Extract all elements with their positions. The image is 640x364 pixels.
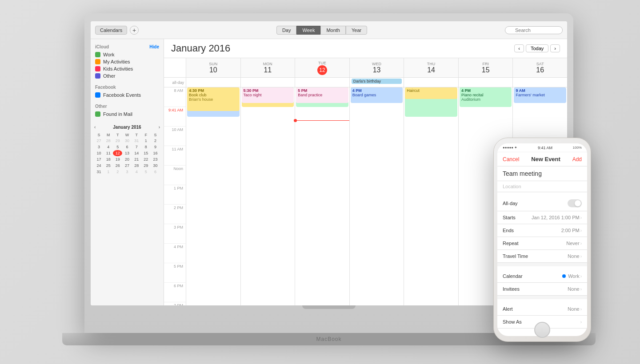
tab-week[interactable]: Week: [296, 26, 320, 35]
calendars-button[interactable]: Calendars: [95, 26, 127, 35]
iphone-invitees-value: None ›: [568, 286, 582, 292]
iphone-calendar-row[interactable]: Calendar Work ›: [497, 270, 587, 283]
calendar-item-other[interactable]: Other: [91, 72, 164, 79]
tab-day[interactable]: Day: [276, 26, 297, 35]
icloud-label: iCloud: [95, 44, 109, 49]
event-haircut[interactable]: Haircut: [405, 87, 457, 99]
iphone-allday-row: All-day: [497, 196, 587, 211]
iphone-invitees-label: Invitees: [503, 286, 520, 292]
sidebar: iCloud Hide Work My Activities: [91, 39, 164, 305]
all-day-time-label: all-day: [172, 80, 184, 85]
other-checkbox: [95, 73, 100, 79]
day-header-thu: THU 14: [404, 58, 458, 78]
time-slot-4pm: 4 PM: [164, 244, 186, 263]
foundinmail-checkbox: [95, 111, 100, 117]
macbook-label: MacBook: [316, 336, 341, 342]
day-col-thu: THU 14 9:30 AM Team b: [404, 58, 459, 305]
tab-year[interactable]: Year: [346, 26, 367, 35]
day-slots-thu: 9:30 AM Team building Lobby 1:30 PM: [404, 87, 458, 305]
kidsactivities-label: Kids Activities: [103, 66, 133, 71]
iphone-invitees-row[interactable]: Invitees None ›: [497, 283, 587, 296]
day-col-mon: MON 11 9:30 AM Coffee: [241, 58, 296, 305]
iphone-status-bar: ●●●●● ✦ 9:41 AM 100%: [497, 143, 587, 152]
cal-prev-btn[interactable]: ‹: [514, 44, 524, 52]
day-header-wed: WED 13: [350, 58, 404, 78]
event-piano-recital[interactable]: 4 PM Piano recital Auditorium: [460, 87, 512, 107]
iphone-alert-label: Alert: [503, 306, 513, 312]
iphone-add-btn[interactable]: Add: [572, 156, 582, 162]
calendar-item-fbevents[interactable]: Facebook Events: [91, 91, 164, 99]
day-slots-mon: 9:30 AM Coffee with John Review proposal: [241, 87, 295, 305]
event-board-games[interactable]: 4 PM Board games: [351, 87, 403, 103]
iphone-starts-value: Jan 12, 2016 1:00 PM ›: [532, 215, 582, 220]
other-label: Other: [103, 73, 116, 79]
day-slots-sun: 10:15 AM Art museum 12:30 PM Picnic lunc…: [186, 87, 240, 305]
all-day-sun: [186, 78, 240, 87]
iphone-screen-title: New Event: [531, 156, 560, 162]
all-day-wed: Darla's birthday: [350, 78, 404, 87]
add-calendar-button[interactable]: +: [130, 26, 139, 35]
iphone-location-placeholder: Location: [503, 184, 521, 189]
facebook-section-header: Facebook: [91, 83, 164, 91]
iphone-calendar-label: Calendar: [503, 273, 523, 279]
calendar-item-work[interactable]: Work: [91, 51, 164, 58]
time-slot-6pm: 6 PM: [164, 283, 186, 302]
mini-cal-next[interactable]: ›: [159, 125, 160, 130]
event-book-club[interactable]: 4:30 PM Book club Brian's house: [187, 87, 240, 111]
day-header-sun: SUN 10: [186, 58, 240, 78]
myactivities-label: My Activities: [103, 59, 130, 64]
iphone-repeat-row[interactable]: Repeat Never ›: [497, 237, 587, 250]
day-header-sat: SAT 16: [513, 58, 567, 78]
all-day-thu: [404, 78, 458, 87]
calendar-item-myactivities[interactable]: My Activities: [91, 58, 164, 65]
iphone-event-title-text: Team meeting: [503, 170, 542, 177]
event-taco-night[interactable]: 5:30 PM Taco night: [242, 87, 294, 103]
iphone-location-field[interactable]: Location: [497, 181, 587, 192]
facebook-label: Facebook: [95, 85, 116, 90]
all-day-fri: [459, 78, 513, 87]
iphone-showas-value: ›: [580, 320, 582, 324]
view-tabs: Day Week Month Year: [276, 26, 367, 35]
calendar-item-foundinmail[interactable]: Found in Mail: [91, 111, 164, 118]
iphone-nav-bar: Cancel New Event Add: [497, 152, 587, 166]
work-label: Work: [103, 52, 114, 57]
time-slot-11am: 11 AM: [164, 146, 186, 166]
cal-title: January 2016: [171, 43, 514, 54]
mini-cal-prev[interactable]: ‹: [94, 125, 96, 130]
iphone-travel-value: None ›: [568, 253, 582, 259]
iphone-starts-row[interactable]: Starts Jan 12, 2016 1:00 PM ›: [497, 211, 587, 224]
time-column: all-day 8 AM 9:41 AM: [164, 58, 186, 305]
cal-today-btn[interactable]: Today: [526, 44, 548, 52]
calendar-item-kidsactivities[interactable]: Kids Activities: [91, 65, 164, 72]
day-slots-tue: 9 AM Brainstorming Oil change: [295, 87, 349, 305]
iphone-home-button[interactable]: [534, 322, 550, 338]
work-checkbox: [95, 52, 100, 57]
day-col-sun: SUN 10 10:15 AM Art m: [186, 58, 241, 305]
event-darlasbirthday[interactable]: Darla's birthday: [352, 79, 402, 84]
iphone-ends-row[interactable]: Ends 2:00 PM ›: [497, 224, 587, 237]
time-slot-7pm: 7 PM: [164, 302, 186, 305]
day-col-wed: WED 13 Darla's birthday: [350, 58, 404, 305]
cal-next-btn[interactable]: ›: [550, 44, 560, 52]
event-farmers-market[interactable]: 9 AM Farmers' market: [514, 87, 566, 103]
all-day-tue: [295, 78, 349, 87]
iphone-form-section: All-day Starts Jan 12, 2016 1:00 PM › En…: [497, 196, 587, 263]
iphone-cancel-btn[interactable]: Cancel: [503, 156, 519, 162]
search-input[interactable]: [505, 26, 563, 34]
day-col-tue: TUE 12: [295, 58, 350, 305]
iphone-ends-value: 2:00 PM ›: [561, 228, 582, 233]
hide-button[interactable]: Hide: [149, 44, 159, 49]
event-band-practice[interactable]: 5 PM Band practice: [296, 87, 348, 103]
iphone-ends-label: Ends: [503, 228, 514, 233]
current-time-indicator: [295, 120, 349, 121]
icloud-section-header: iCloud Hide: [91, 43, 164, 51]
kidsactivities-checkbox: [95, 66, 100, 71]
tab-month[interactable]: Month: [320, 26, 346, 35]
iphone-travel-row[interactable]: Travel Time None ›: [497, 250, 587, 263]
all-day-sat: [513, 78, 567, 87]
iphone-event-title[interactable]: Team meeting: [497, 166, 587, 181]
fbevents-label: Facebook Events: [103, 92, 141, 98]
mini-cal-title: January 2016: [113, 125, 141, 130]
iphone-allday-toggle[interactable]: [568, 199, 582, 207]
iphone-alert-row[interactable]: Alert None ›: [497, 303, 587, 316]
